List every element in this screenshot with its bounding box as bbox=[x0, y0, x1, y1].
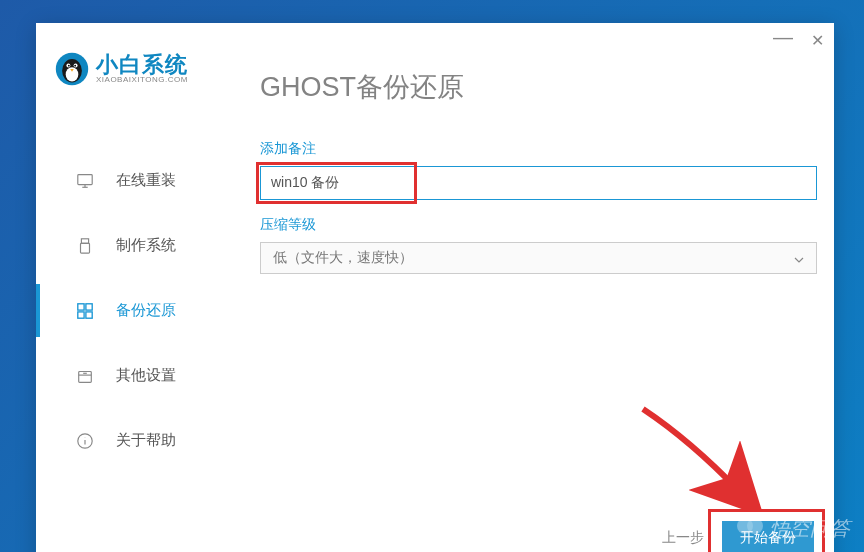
sidebar-item-make-system[interactable]: 制作系统 bbox=[36, 213, 236, 278]
sidebar-item-other-settings[interactable]: 其他设置 bbox=[36, 343, 236, 408]
note-label: 添加备注 bbox=[260, 140, 814, 158]
svg-rect-14 bbox=[78, 311, 84, 317]
window-controls: — ✕ bbox=[773, 33, 824, 49]
note-input[interactable] bbox=[260, 166, 817, 200]
grid-icon bbox=[76, 302, 94, 320]
note-input-wrap bbox=[260, 166, 814, 200]
sidebar-item-online-install[interactable]: 在线重装 bbox=[36, 148, 236, 213]
sidebar-item-label: 备份还原 bbox=[116, 301, 176, 320]
penguin-icon bbox=[54, 51, 90, 87]
svg-rect-7 bbox=[78, 174, 92, 184]
page-title: GHOST备份还原 bbox=[260, 69, 464, 105]
usb-icon bbox=[76, 237, 94, 255]
compress-label: 压缩等级 bbox=[260, 216, 814, 234]
watermark-text: 悟空问答 bbox=[770, 515, 850, 542]
sidebar: 在线重装 制作系统 备份还原 其他设置 关于帮助 bbox=[36, 148, 236, 473]
close-button[interactable]: ✕ bbox=[811, 33, 824, 49]
sidebar-item-label: 制作系统 bbox=[116, 236, 176, 255]
svg-point-23 bbox=[747, 518, 763, 534]
monitor-icon bbox=[76, 172, 94, 190]
minimize-button[interactable]: — bbox=[773, 29, 793, 45]
svg-rect-12 bbox=[78, 303, 84, 309]
logo: 小白系统 XIAOBAIXITONG.COM bbox=[54, 51, 188, 87]
prev-button[interactable]: 上一步 bbox=[662, 529, 704, 547]
sidebar-item-label: 在线重装 bbox=[116, 171, 176, 190]
svg-rect-15 bbox=[86, 311, 92, 317]
compress-value: 低（文件大，速度快） bbox=[273, 249, 413, 267]
watermark-icon bbox=[736, 512, 764, 544]
svg-rect-13 bbox=[86, 303, 92, 309]
sidebar-item-label: 其他设置 bbox=[116, 366, 176, 385]
svg-rect-11 bbox=[81, 243, 90, 253]
svg-rect-10 bbox=[81, 238, 88, 243]
sidebar-item-backup-restore[interactable]: 备份还原 bbox=[36, 278, 236, 343]
app-window: — ✕ 小白系统 XIAOBAIXITONG.COM GHOST备份还原 bbox=[36, 23, 834, 552]
logo-text: 小白系统 XIAOBAIXITONG.COM bbox=[96, 54, 188, 84]
compress-select[interactable]: 低（文件大，速度快） bbox=[260, 242, 817, 274]
annotation-arrow-icon bbox=[631, 401, 771, 511]
info-icon bbox=[76, 432, 94, 450]
logo-main: 小白系统 bbox=[96, 54, 188, 76]
svg-point-6 bbox=[74, 65, 76, 67]
content-area: 添加备注 压缩等级 低（文件大，速度快） bbox=[260, 140, 814, 274]
watermark: 悟空问答 bbox=[736, 512, 850, 544]
sidebar-item-about[interactable]: 关于帮助 bbox=[36, 408, 236, 473]
box-icon bbox=[76, 367, 94, 385]
sidebar-item-label: 关于帮助 bbox=[116, 431, 176, 450]
svg-point-5 bbox=[68, 65, 70, 67]
chevron-down-icon bbox=[794, 249, 804, 267]
logo-sub: XIAOBAIXITONG.COM bbox=[96, 76, 188, 84]
